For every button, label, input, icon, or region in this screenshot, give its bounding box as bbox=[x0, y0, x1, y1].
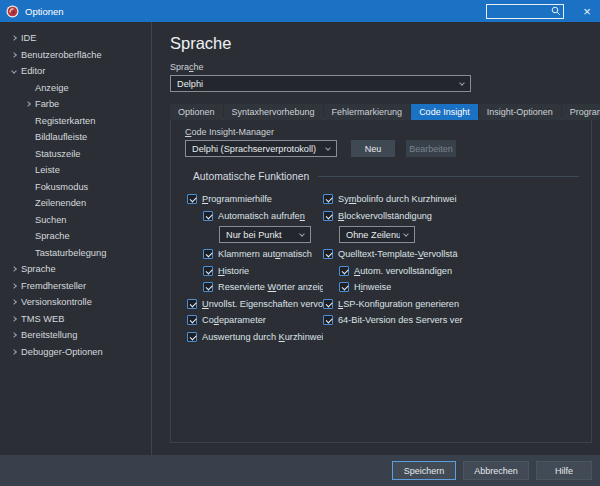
option-label: Reservierte Wörter anzeigen bbox=[218, 282, 323, 292]
sidebar-item-debugger-optionen[interactable]: Debugger-Optionen bbox=[0, 344, 151, 361]
sidebar-tree: IDEBenutzeroberflächeEditorAnzeigeFarbeR… bbox=[0, 22, 152, 455]
sidebar-item-versionskontrolle[interactable]: Versionskontrolle bbox=[0, 294, 151, 311]
new-button[interactable]: Neu bbox=[351, 140, 395, 157]
chevron-right-icon[interactable] bbox=[11, 332, 17, 338]
sidebar-item-tastaturbelegung[interactable]: Tastaturbelegung bbox=[0, 245, 151, 262]
checkbox-icon[interactable] bbox=[339, 266, 349, 276]
cancel-button[interactable]: Abbrechen bbox=[463, 461, 529, 480]
sidebar-item-bildlaufleiste[interactable]: Bildlaufleiste bbox=[0, 129, 151, 146]
close-button[interactable]: × bbox=[574, 0, 600, 22]
help-button[interactable]: Hilfe bbox=[536, 461, 592, 480]
option-codeparameter[interactable]: Codeparameter bbox=[187, 312, 323, 329]
sidebar-item-suchen[interactable]: Suchen bbox=[0, 212, 151, 229]
sidebar-item-label: Bildlaufleiste bbox=[35, 132, 87, 142]
tab-code-insight[interactable]: Code Insight bbox=[411, 104, 478, 120]
tab-fehlermarkierung[interactable]: Fehlermarkierung bbox=[324, 104, 411, 120]
sidebar-item-fokusmodus[interactable]: Fokusmodus bbox=[0, 179, 151, 196]
option-autom-vervollst-ndigen[interactable]: Autom. vervollständigen bbox=[339, 263, 579, 280]
checkbox-icon[interactable] bbox=[187, 299, 197, 309]
chevron-right-icon[interactable] bbox=[11, 35, 17, 41]
tab-programmierhilfe[interactable]: Programmierhilfe bbox=[562, 104, 600, 120]
sidebar-item-leiste[interactable]: Leiste bbox=[0, 162, 151, 179]
chevron-right-icon[interactable] bbox=[11, 266, 17, 272]
sidebar-item-anzeige[interactable]: Anzeige bbox=[0, 80, 151, 97]
option-symbolinfo-durch-kurzhinwei[interactable]: Symbolinfo durch Kurzhinwei bbox=[323, 191, 579, 208]
sidebar-item-label: Fremdhersteller bbox=[21, 281, 86, 291]
checkbox-icon[interactable] bbox=[203, 282, 213, 292]
option-automatisch-aufrufen[interactable]: Automatisch aufrufen bbox=[203, 208, 323, 225]
sidebar-item-label: Sprache bbox=[21, 264, 56, 274]
sidebar-item-label: Anzeige bbox=[35, 83, 69, 93]
option-lsp-konfiguration-generieren[interactable]: LSP-Konfiguration generieren bbox=[323, 296, 579, 313]
chevron-right-icon[interactable] bbox=[11, 283, 17, 289]
select-ohne-zeilenumbr[interactable]: Ohne Zeilenumbr bbox=[339, 226, 415, 243]
tab-optionen[interactable]: Optionen bbox=[170, 104, 223, 120]
sidebar-item-farbe[interactable]: Farbe bbox=[0, 96, 151, 113]
checkbox-icon[interactable] bbox=[187, 332, 197, 342]
sidebar-item-label: Leiste bbox=[35, 165, 60, 175]
sidebar-item-sprache[interactable]: Sprache bbox=[0, 228, 151, 245]
option-quelltext-template-vervollst[interactable]: Quelltext-Template-Vervollstä bbox=[323, 246, 579, 263]
expander-slot bbox=[6, 69, 21, 73]
option-blockvervollst-ndigung[interactable]: Blockvervollständigung bbox=[323, 208, 579, 225]
option-historie[interactable]: Historie bbox=[203, 263, 323, 280]
chevron-right-icon[interactable] bbox=[11, 349, 17, 355]
checkbox-icon[interactable] bbox=[323, 315, 333, 325]
expander-slot bbox=[6, 317, 21, 321]
option-label: Blockvervollständigung bbox=[338, 211, 432, 221]
sidebar-item-zeilenenden[interactable]: Zeilenenden bbox=[0, 195, 151, 212]
checkbox-icon[interactable] bbox=[323, 299, 333, 309]
sidebar-item-label: Fokusmodus bbox=[35, 182, 88, 192]
sidebar-item-editor[interactable]: Editor bbox=[0, 63, 151, 80]
sidebar-item-label: Debugger-Optionen bbox=[21, 347, 103, 357]
tab-insight-optionen[interactable]: Insight-Optionen bbox=[479, 104, 561, 120]
option-label: Autom. vervollständigen bbox=[354, 266, 452, 276]
sidebar-item-tms-web[interactable]: TMS WEB bbox=[0, 311, 151, 328]
chevron-right-icon[interactable] bbox=[11, 316, 17, 322]
checkbox-icon[interactable] bbox=[203, 266, 213, 276]
chevron-right-icon[interactable] bbox=[11, 52, 17, 58]
page-title: Sprache bbox=[170, 34, 592, 53]
sidebar-item-fremdhersteller[interactable]: Fremdhersteller bbox=[0, 278, 151, 295]
option-auswertung-durch-kurzhinweis[interactable]: Auswertung durch Kurzhinweis bbox=[187, 329, 323, 346]
select-nur-bei-punkt[interactable]: Nur bei Punkt bbox=[219, 226, 311, 243]
checkbox-icon[interactable] bbox=[203, 249, 213, 259]
checkbox-icon[interactable] bbox=[323, 249, 333, 259]
titlebar-search-box[interactable] bbox=[486, 4, 564, 19]
code-insight-panel: Code Insight-Manager Delphi (Sprachserve… bbox=[170, 119, 592, 443]
checkbox-icon[interactable] bbox=[339, 282, 349, 292]
checkbox-icon[interactable] bbox=[187, 194, 197, 204]
option-programmierhilfe[interactable]: Programmierhilfe bbox=[187, 191, 323, 208]
option-reservierte-w-rter-anzeigen[interactable]: Reservierte Wörter anzeigen bbox=[203, 279, 323, 296]
option-unvollst-eigenschaften-vervollst[interactable]: Unvollst. Eigenschaften vervollst. bbox=[187, 296, 323, 313]
option-64-bit-version-des-servers-ver[interactable]: 64-Bit-Version des Servers ver bbox=[323, 312, 579, 329]
checkbox-icon[interactable] bbox=[323, 211, 333, 221]
search-input[interactable] bbox=[487, 6, 551, 16]
checkbox-icon[interactable] bbox=[323, 194, 333, 204]
expander-slot bbox=[6, 333, 21, 337]
options-columns: ProgrammierhilfeAutomatisch aufrufenNur … bbox=[185, 191, 579, 345]
options-column-left: ProgrammierhilfeAutomatisch aufrufenNur … bbox=[187, 191, 323, 345]
dialog-body: IDEBenutzeroberflächeEditorAnzeigeFarbeR… bbox=[0, 22, 600, 455]
option-klammern-automatisch[interactable]: Klammern automatisch bbox=[203, 246, 323, 263]
option-hinweise[interactable]: Hinweise bbox=[339, 279, 579, 296]
chevron-right-icon[interactable] bbox=[25, 101, 31, 107]
language-select[interactable]: Delphi bbox=[170, 75, 471, 92]
save-button[interactable]: Speichern bbox=[392, 461, 456, 480]
sidebar-item-benutzeroberfl-che[interactable]: Benutzeroberfläche bbox=[0, 47, 151, 64]
sidebar-item-registerkarten[interactable]: Registerkarten bbox=[0, 113, 151, 130]
manager-select[interactable]: Delphi (Sprachserverprotokoll) bbox=[185, 140, 337, 157]
edit-button[interactable]: Bearbeiten bbox=[406, 140, 456, 157]
sidebar-item-bereitstellung[interactable]: Bereitstellung bbox=[0, 327, 151, 344]
sidebar-item-ide[interactable]: IDE bbox=[0, 30, 151, 47]
option-label: Programmierhilfe bbox=[202, 194, 272, 204]
chevron-right-icon[interactable] bbox=[11, 299, 17, 305]
checkbox-icon[interactable] bbox=[203, 211, 213, 221]
group-header: Automatische Funktionen bbox=[185, 171, 579, 182]
title-bar: Optionen × bbox=[0, 0, 600, 22]
tab-syntaxhervorhebung[interactable]: Syntaxhervorhebung bbox=[224, 104, 323, 120]
sidebar-item-sprache[interactable]: Sprache bbox=[0, 261, 151, 278]
chevron-down-icon[interactable] bbox=[11, 68, 17, 74]
sidebar-item-statuszeile[interactable]: Statuszeile bbox=[0, 146, 151, 163]
checkbox-icon[interactable] bbox=[187, 315, 197, 325]
